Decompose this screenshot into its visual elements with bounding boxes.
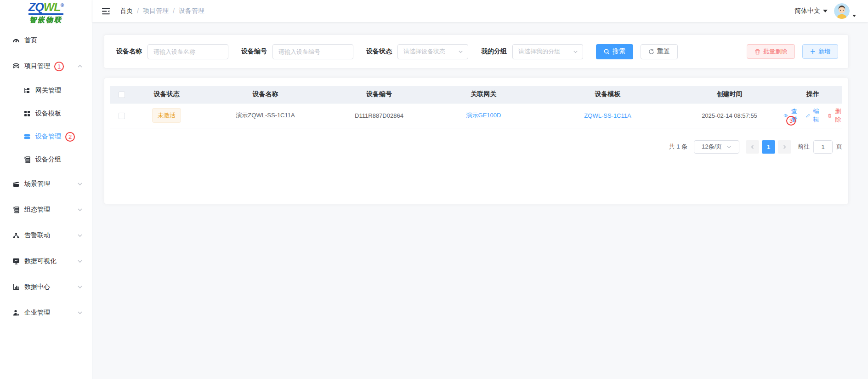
device-table: 设备状态 设备名称 设备编号 关联网关 设备模板 创建时间 操作 未激活 演示Z…	[110, 86, 842, 128]
device-code-input[interactable]	[272, 44, 353, 59]
device-status-select[interactable]: 请选择设备状态	[397, 44, 468, 59]
table-row: 未激活 演示ZQWL-SS-1C11A D111R887D02864 演示GE1…	[110, 103, 842, 128]
server-group-icon	[23, 156, 31, 164]
created-time-cell: 2025-02-14 08:57:55	[675, 103, 783, 128]
my-group-select[interactable]: 请选择我的分组	[512, 44, 583, 59]
add-button[interactable]: 新增	[802, 44, 838, 59]
annotation-step-1: 1	[54, 62, 64, 71]
chevron-down-icon	[77, 207, 83, 212]
row-actions: 查看 3 编辑 删除	[783, 107, 842, 124]
chevron-down-icon	[573, 49, 578, 54]
annotation-step-3: 3	[786, 116, 796, 126]
chevron-right-icon	[782, 144, 787, 149]
sidebar-item-label: 设备模板	[35, 109, 61, 118]
current-page-button[interactable]: 1	[762, 140, 775, 154]
breadcrumb-project-mgmt[interactable]: 项目管理	[143, 7, 169, 15]
filter-device-name: 设备名称	[116, 44, 228, 59]
chevron-down-icon	[77, 233, 83, 238]
sidebar-item-gateway-mgmt[interactable]: 网关管理	[0, 79, 92, 102]
sidebar-item-project-mgmt[interactable]: 项目管理 1	[0, 53, 92, 79]
sidebar-item-device-group[interactable]: 设备分组	[0, 148, 92, 171]
sidebar-item-enterprise-mgmt[interactable]: 企业管理	[0, 300, 92, 326]
sidebar-item-home[interactable]: 首页	[0, 28, 92, 53]
config-stack-icon	[12, 206, 20, 214]
dashboard-icon	[12, 37, 20, 45]
chevron-down-icon	[77, 310, 83, 316]
sidebar-item-label: 组态管理	[24, 206, 50, 214]
table-header-row: 设备状态 设备名称 设备编号 关联网关 设备模板 创建时间 操作	[110, 86, 842, 103]
status-badge: 未激活	[152, 108, 181, 123]
monitor-chart-icon	[12, 258, 20, 265]
template-link[interactable]: ZQWL-SS-1C11A	[584, 112, 631, 119]
filter-device-status: 设备状态 请选择设备状态	[366, 44, 468, 59]
sidebar-item-label: 数据中心	[24, 283, 50, 291]
share-nodes-icon	[12, 232, 20, 240]
language-selector[interactable]: 简体中文	[794, 7, 828, 15]
view-action[interactable]: 查看 3	[783, 107, 799, 124]
sidebar-item-data-center[interactable]: 数据中心	[0, 274, 92, 300]
page-size-select[interactable]: 12条/页	[694, 140, 739, 154]
refresh-icon	[648, 49, 654, 55]
brand-logo: ZQWL® 智嵌物联	[0, 0, 92, 24]
trash-icon	[755, 49, 760, 55]
row-checkbox[interactable]	[119, 113, 125, 119]
device-name-cell: 演示ZQWL-SS-1C11A	[200, 103, 331, 128]
prev-page-button[interactable]	[746, 140, 759, 154]
device-bars-icon	[23, 133, 31, 141]
next-page-button[interactable]	[778, 140, 791, 154]
batch-delete-button[interactable]: 批量删除	[747, 44, 795, 59]
chevron-up-icon	[77, 63, 83, 69]
sidebar-item-hmi-mgmt[interactable]: 组态管理	[0, 197, 92, 223]
goto-suffix: 页	[836, 143, 842, 151]
gateway-link[interactable]: 演示GE100D	[466, 112, 501, 119]
search-button[interactable]: 搜索	[596, 44, 633, 59]
delete-action[interactable]: 删除	[828, 107, 842, 124]
caret-down-icon	[852, 15, 856, 17]
brand-logo-text: ZQWL®	[28, 1, 63, 15]
search-icon	[604, 49, 610, 55]
topbar-right: 简体中文	[794, 3, 856, 19]
sidebar-item-data-visualization[interactable]: 数据可视化	[0, 248, 92, 274]
layers-icon	[12, 63, 20, 70]
breadcrumb-device-mgmt: 设备管理	[179, 7, 204, 15]
chevron-down-icon	[77, 258, 83, 264]
sidebar-item-alarm-linkage[interactable]: 告警联动	[0, 223, 92, 248]
col-device-name: 设备名称	[200, 86, 331, 103]
col-template: 设备模板	[540, 86, 675, 103]
goto-page: 前往 页	[798, 140, 842, 154]
breadcrumb-home[interactable]: 首页	[120, 7, 133, 15]
top-bar: 首页 / 项目管理 / 设备管理 简体中文	[92, 0, 868, 22]
col-device-status: 设备状态	[133, 86, 200, 103]
col-actions: 操作	[783, 86, 842, 103]
sidebar-item-label: 企业管理	[24, 309, 50, 317]
chevron-down-icon	[77, 284, 83, 290]
sidebar-item-label: 首页	[24, 36, 37, 45]
device-name-input[interactable]	[148, 44, 228, 59]
sidebar-item-label: 项目管理	[24, 62, 50, 70]
breadcrumb: 首页 / 项目管理 / 设备管理	[120, 7, 204, 15]
device-code-cell: D111R887D02864	[331, 103, 427, 128]
brand-subtitle: 智嵌物联	[29, 16, 62, 24]
filter-bar: 设备名称 设备编号 设备状态 请选择设备状态 我的分组 请选择我的分组	[104, 34, 849, 69]
reset-button[interactable]: 重置	[641, 44, 678, 59]
sidebar-item-scene-mgmt[interactable]: 场景管理	[0, 171, 92, 197]
device-table-card: 设备状态 设备名称 设备编号 关联网关 设备模板 创建时间 操作 未激活 演示Z…	[104, 78, 849, 204]
select-all-checkbox[interactable]	[119, 92, 125, 98]
sidebar-item-label: 设备分组	[35, 155, 61, 164]
sidebar-item-device-mgmt[interactable]: 设备管理 2	[0, 125, 92, 148]
language-label: 简体中文	[794, 7, 820, 15]
avatar[interactable]	[834, 3, 850, 19]
goto-page-input[interactable]	[813, 140, 833, 154]
menu-fold-icon[interactable]	[98, 3, 113, 19]
goto-label: 前往	[798, 143, 810, 151]
sidebar-item-label: 告警联动	[24, 231, 50, 240]
edit-action[interactable]: 编辑	[806, 107, 821, 124]
sidebar-item-device-template[interactable]: 设备模板	[0, 102, 92, 125]
table-toolbar: 批量删除 新增	[747, 44, 838, 59]
breadcrumb-separator: /	[173, 7, 175, 15]
pagination: 共 1 条 12条/页 1 前往 页	[110, 140, 842, 154]
sidebar: ZQWL® 智嵌物联 首页 项目管理 1 网关管理	[0, 0, 92, 379]
pencil-icon	[806, 113, 810, 119]
user-menu[interactable]	[834, 3, 856, 19]
filter-my-group: 我的分组 请选择我的分组	[481, 44, 583, 59]
